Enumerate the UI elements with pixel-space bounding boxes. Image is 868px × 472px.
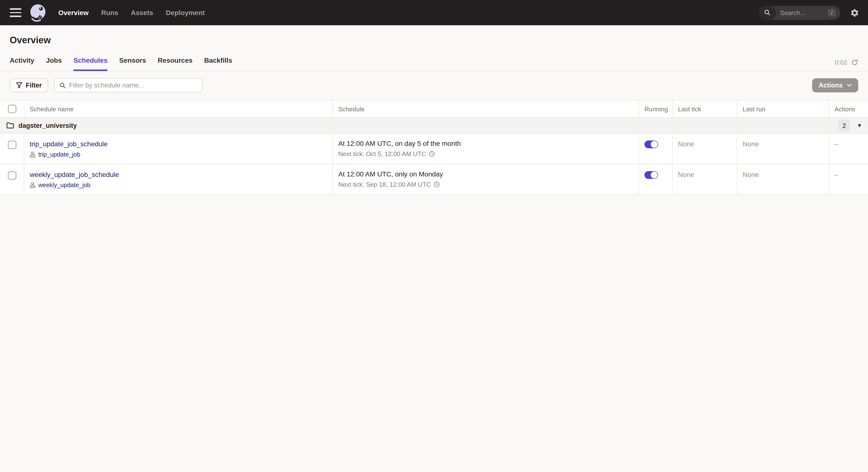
tabs-row: Activity Jobs Schedules Sensors Resource… (0, 53, 868, 71)
last-tick-value: None (678, 140, 694, 148)
dagster-app: Overview Runs Assets Deployment / Overvi… (0, 0, 868, 472)
column-header-actions: Actions (829, 101, 868, 117)
tab-activity[interactable]: Activity (10, 53, 34, 71)
tab-schedules[interactable]: Schedules (74, 53, 107, 71)
schedule-filter-input[interactable] (69, 82, 197, 89)
search-input[interactable] (776, 9, 828, 16)
tabs: Activity Jobs Schedules Sensors Resource… (10, 53, 232, 71)
column-header-last-tick: Last tick (673, 101, 737, 117)
group-count-badge: 2 (838, 120, 850, 131)
next-tick-text: Next tick: Oct 5, 12:00 AM UTC (338, 150, 426, 157)
select-all-checkbox[interactable] (7, 104, 16, 113)
refresh-icon[interactable] (851, 59, 858, 66)
page-title: Overview (0, 25, 868, 46)
collapse-caret-icon[interactable]: ▼ (857, 123, 862, 128)
last-tick-value: None (678, 170, 694, 179)
job-graph-icon (30, 152, 35, 157)
folder-icon (6, 122, 14, 129)
job-graph-icon (30, 182, 35, 188)
nav-item-deployment[interactable]: Deployment (166, 9, 205, 17)
next-tick-text: Next tick: Sep 18, 12:00 AM UTC (338, 181, 431, 188)
top-nav: Overview Runs Assets Deployment / (0, 0, 868, 25)
actions-button-label: Actions (819, 82, 843, 89)
chevron-down-icon (847, 84, 852, 87)
schedule-row-weekly-update: weekly_update_job_schedule weekly_update… (0, 164, 868, 195)
repo-group-name: dagster_university (19, 122, 77, 129)
row-checkbox[interactable] (7, 140, 16, 149)
row-checkbox[interactable] (7, 171, 16, 180)
tab-resources[interactable]: Resources (158, 53, 192, 71)
toolbar: Filter Actions (0, 71, 868, 92)
job-link[interactable]: weekly_update_job (38, 182, 90, 189)
refresh-countdown: 0:02 (835, 59, 847, 66)
nav-item-overview[interactable]: Overview (58, 9, 89, 17)
schedule-name-link[interactable]: trip_update_job_schedule (30, 140, 107, 148)
search-icon (59, 82, 66, 89)
column-header-schedule: Schedule (333, 101, 639, 117)
table-header-row: Schedule name Schedule Running Last tick… (0, 101, 868, 118)
clock-icon[interactable] (434, 181, 440, 188)
filter-button[interactable]: Filter (10, 78, 48, 92)
tab-backfills[interactable]: Backfills (204, 53, 232, 71)
nav-item-runs[interactable]: Runs (101, 9, 118, 17)
refresh-area: 0:02 (835, 59, 858, 71)
schedule-name-link[interactable]: weekly_update_job_schedule (30, 170, 119, 179)
actions-button[interactable]: Actions (812, 78, 858, 92)
clock-icon[interactable] (428, 151, 435, 157)
row-actions-placeholder: – (834, 170, 838, 179)
row-actions-placeholder: – (834, 140, 838, 148)
cron-description: At 12:00 AM UTC, only on Monday (338, 170, 633, 178)
hamburger-menu-icon[interactable] (10, 8, 21, 17)
nav-links: Overview Runs Assets Deployment (58, 9, 205, 17)
dagster-logo-icon[interactable] (28, 3, 48, 22)
filter-funnel-icon (16, 82, 22, 89)
settings-gear-icon[interactable] (850, 8, 859, 17)
last-run-value: None (743, 140, 759, 148)
column-header-last-run: Last run (737, 101, 829, 117)
search-shortcut-badge: / (828, 9, 836, 17)
column-header-running: Running (639, 101, 673, 117)
search-icon (758, 6, 776, 20)
schedules-table: Schedule name Schedule Running Last tick… (0, 100, 868, 195)
running-toggle[interactable] (645, 140, 658, 148)
cron-description: At 12:00 AM UTC, on day 5 of the month (338, 139, 633, 147)
column-header-schedule-name: Schedule name (24, 101, 333, 117)
tab-sensors[interactable]: Sensors (119, 53, 146, 71)
filter-button-label: Filter (26, 82, 42, 89)
tab-jobs[interactable]: Jobs (46, 53, 62, 71)
nav-item-assets[interactable]: Assets (131, 9, 153, 17)
nav-right: / (758, 6, 859, 20)
running-toggle[interactable] (645, 171, 658, 179)
job-link[interactable]: trip_update_job (38, 151, 80, 158)
repo-group-row[interactable]: dagster_university 2 ▼ (0, 118, 868, 134)
global-search[interactable]: / (758, 6, 840, 20)
last-run-value: None (743, 170, 759, 179)
schedule-filter-field[interactable] (54, 78, 203, 92)
schedule-row-trip-update: trip_update_job_schedule trip_update_job… (0, 134, 868, 164)
